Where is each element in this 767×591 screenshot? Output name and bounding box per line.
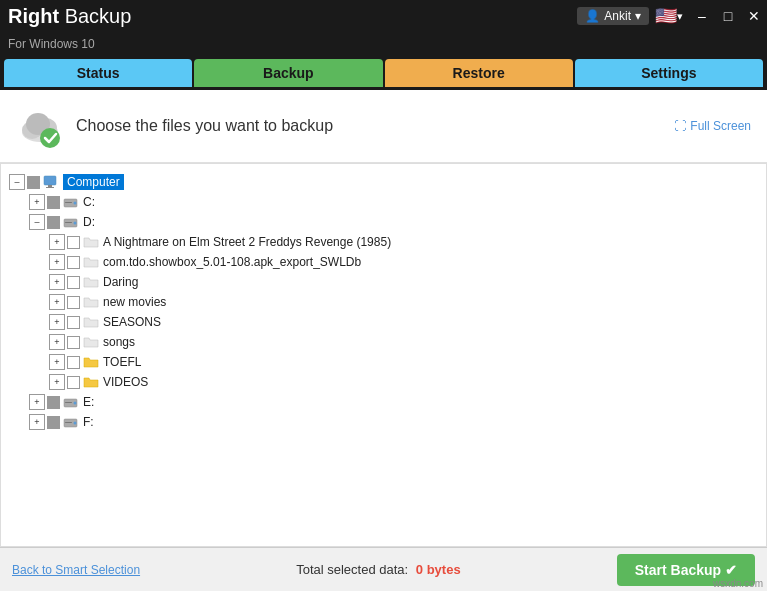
tree-item-songs[interactable]: + songs (1, 332, 766, 352)
expand-d[interactable]: – (29, 214, 45, 230)
main-content: Choose the files you want to backup ⛶ Fu… (0, 90, 767, 547)
svg-rect-6 (48, 185, 52, 187)
tab-settings[interactable]: Settings (575, 59, 763, 87)
expand-f[interactable]: + (29, 414, 45, 430)
app-title: Right Backup (8, 5, 131, 28)
checkbox-c[interactable] (47, 196, 60, 209)
svg-rect-13 (65, 222, 72, 223)
expand-videos[interactable]: + (49, 374, 65, 390)
expand-daring[interactable]: + (49, 274, 65, 290)
expand-computer[interactable]: – (9, 174, 25, 190)
tree-item-showbox[interactable]: + com.tdo.showbox_5.01-108.apk_export_SW… (1, 252, 766, 272)
expand-newmovies[interactable]: + (49, 294, 65, 310)
label-daring: Daring (103, 275, 138, 289)
flag-badge[interactable]: 🇺🇸 ▾ (655, 5, 683, 27)
label-songs: songs (103, 335, 135, 349)
flag-icon: 🇺🇸 (655, 5, 677, 27)
tree-item-nightmare[interactable]: + A Nightmare on Elm Street 2 Freddys Re… (1, 232, 766, 252)
label-d: D: (83, 215, 95, 229)
folder-icon-seasons (83, 315, 99, 329)
expand-e[interactable]: + (29, 394, 45, 410)
title-bar-controls: 👤 Ankit ▾ 🇺🇸 ▾ – □ ✕ (577, 0, 767, 32)
expand-showbox[interactable]: + (49, 254, 65, 270)
expand-seasons[interactable]: + (49, 314, 65, 330)
footer: Back to Smart Selection Total selected d… (0, 547, 767, 591)
folder-icon-songs (83, 335, 99, 349)
label-videos: VIDEOS (103, 375, 148, 389)
header-title: Choose the files you want to backup (76, 117, 333, 135)
tree-item-computer[interactable]: – Computer (1, 172, 766, 192)
folder-icon-videos (83, 375, 99, 389)
header-area: Choose the files you want to backup ⛶ Fu… (0, 90, 767, 163)
tree-item-seasons[interactable]: + SEASONS (1, 312, 766, 332)
app-title-rest: Backup (59, 5, 131, 27)
total-selected-info: Total selected data: 0 bytes (296, 562, 460, 577)
tree-item-daring[interactable]: + Daring (1, 272, 766, 292)
folder-icon-newmovies (83, 295, 99, 309)
minimize-button[interactable]: – (689, 0, 715, 32)
folder-icon-toefl (83, 355, 99, 369)
tree-item-videos[interactable]: + VIDEOS (1, 372, 766, 392)
monitor-icon (43, 175, 59, 189)
close-button[interactable]: ✕ (741, 0, 767, 32)
svg-point-4 (40, 128, 60, 148)
checkbox-showbox[interactable] (67, 256, 80, 269)
expand-songs[interactable]: + (49, 334, 65, 350)
svg-point-18 (74, 422, 77, 425)
user-badge[interactable]: 👤 Ankit ▾ (577, 7, 649, 25)
tab-restore[interactable]: Restore (385, 59, 573, 87)
label-c: C: (83, 195, 95, 209)
header-left: Choose the files you want to backup (16, 102, 333, 150)
checkbox-songs[interactable] (67, 336, 80, 349)
expand-c[interactable]: + (29, 194, 45, 210)
checkbox-nightmare[interactable] (67, 236, 80, 249)
checkbox-computer[interactable] (27, 176, 40, 189)
fullscreen-button[interactable]: ⛶ Full Screen (674, 119, 751, 133)
tree-item-toefl[interactable]: + TOEFL (1, 352, 766, 372)
drive-icon-f (63, 415, 79, 429)
expand-toefl[interactable]: + (49, 354, 65, 370)
tree-item-f[interactable]: + F: (1, 412, 766, 432)
tree-item-d[interactable]: – D: (1, 212, 766, 232)
tree-item-c[interactable]: + C: (1, 192, 766, 212)
flag-dropdown-icon: ▾ (677, 10, 683, 23)
label-newmovies: new movies (103, 295, 166, 309)
checkbox-seasons[interactable] (67, 316, 80, 329)
label-e: E: (83, 395, 94, 409)
maximize-button[interactable]: □ (715, 0, 741, 32)
back-to-smart-selection-link[interactable]: Back to Smart Selection (12, 563, 140, 577)
nav-tabs: Status Backup Restore Settings (0, 56, 767, 90)
checkbox-toefl[interactable] (67, 356, 80, 369)
user-dropdown-icon: ▾ (635, 9, 641, 23)
drive-icon-e (63, 395, 79, 409)
label-computer: Computer (63, 174, 124, 190)
checkbox-d[interactable] (47, 216, 60, 229)
checkbox-daring[interactable] (67, 276, 80, 289)
svg-point-15 (74, 402, 77, 405)
total-label: Total selected data: (296, 562, 408, 577)
svg-point-12 (74, 222, 77, 225)
checkbox-videos[interactable] (67, 376, 80, 389)
label-f: F: (83, 415, 94, 429)
tree-item-e[interactable]: + E: (1, 392, 766, 412)
user-name: Ankit (604, 9, 631, 23)
tab-status[interactable]: Status (4, 59, 192, 87)
svg-rect-19 (65, 422, 72, 423)
tab-backup[interactable]: Backup (194, 59, 382, 87)
file-tree-area[interactable]: – Computer + C: – (0, 163, 767, 547)
svg-rect-10 (65, 202, 72, 203)
checkbox-e[interactable] (47, 396, 60, 409)
folder-icon-nightmare (83, 235, 99, 249)
subtitle-bar: For Windows 10 (0, 32, 767, 56)
folder-icon-daring (83, 275, 99, 289)
label-nightmare: A Nightmare on Elm Street 2 Freddys Reve… (103, 235, 391, 249)
expand-nightmare[interactable]: + (49, 234, 65, 250)
checkbox-f[interactable] (47, 416, 60, 429)
tree-item-newmovies[interactable]: + new movies (1, 292, 766, 312)
svg-point-9 (74, 202, 77, 205)
cloud-backup-icon (16, 102, 64, 150)
label-seasons: SEASONS (103, 315, 161, 329)
drive-icon-c (63, 195, 79, 209)
fullscreen-icon: ⛶ (674, 119, 686, 133)
checkbox-newmovies[interactable] (67, 296, 80, 309)
